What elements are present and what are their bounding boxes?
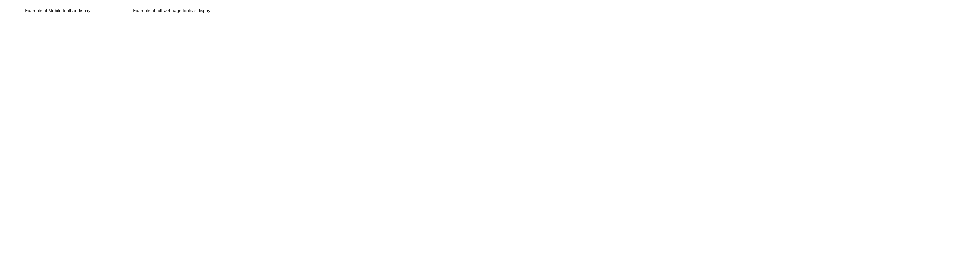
mobile-example-title: Example of Mobile toolbar dispay [25,8,118,13]
full-example-title: Example of full webpage toolbar dispay [133,8,973,13]
full-example: Example of full webpage toolbar dispay N… [126,8,973,17]
mobile-example: Example of Mobile toolbar dispay [25,8,118,17]
